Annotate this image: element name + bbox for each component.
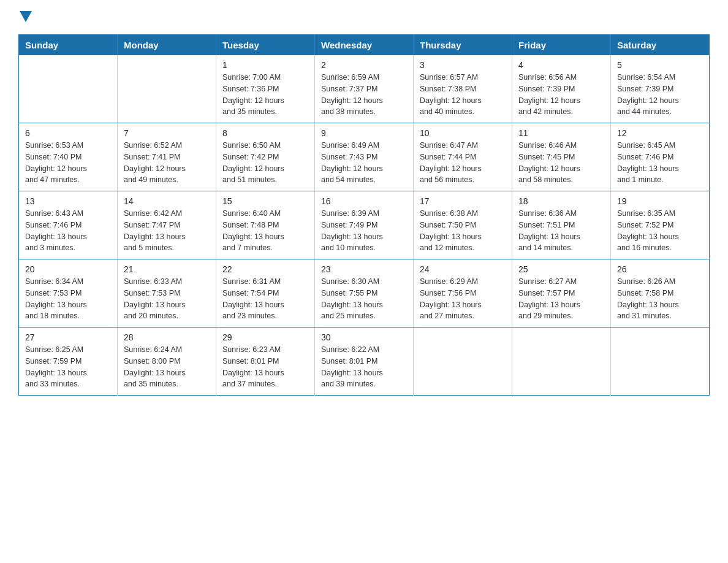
- day-info: Sunrise: 6:56 AM Sunset: 7:39 PM Dayligh…: [518, 72, 604, 118]
- day-info: Sunrise: 6:38 AM Sunset: 7:50 PM Dayligh…: [420, 208, 506, 254]
- day-number: 28: [124, 332, 210, 342]
- week-row-1: 1Sunrise: 7:00 AM Sunset: 7:36 PM Daylig…: [19, 55, 710, 123]
- calendar-cell: 21Sunrise: 6:33 AM Sunset: 7:53 PM Dayli…: [118, 259, 216, 327]
- day-number: 8: [222, 128, 308, 138]
- day-info: Sunrise: 6:42 AM Sunset: 7:47 PM Dayligh…: [124, 208, 210, 254]
- day-number: 16: [321, 196, 407, 206]
- day-info: Sunrise: 6:43 AM Sunset: 7:46 PM Dayligh…: [25, 208, 111, 254]
- day-info: Sunrise: 6:50 AM Sunset: 7:42 PM Dayligh…: [222, 140, 308, 186]
- calendar-cell: 9Sunrise: 6:49 AM Sunset: 7:43 PM Daylig…: [315, 123, 414, 191]
- calendar-cell: 22Sunrise: 6:31 AM Sunset: 7:54 PM Dayli…: [216, 259, 315, 327]
- day-number: 24: [420, 264, 506, 274]
- calendar-cell: 16Sunrise: 6:39 AM Sunset: 7:49 PM Dayli…: [315, 191, 414, 259]
- day-number: 18: [518, 196, 604, 206]
- calendar-cell: 7Sunrise: 6:52 AM Sunset: 7:41 PM Daylig…: [118, 123, 216, 191]
- weekday-header-monday: Monday: [118, 35, 216, 56]
- day-info: Sunrise: 6:30 AM Sunset: 7:55 PM Dayligh…: [321, 276, 407, 322]
- day-info: Sunrise: 6:25 AM Sunset: 7:59 PM Dayligh…: [25, 344, 111, 390]
- day-number: 6: [25, 128, 111, 138]
- day-info: Sunrise: 6:35 AM Sunset: 7:52 PM Dayligh…: [617, 208, 703, 254]
- day-number: 26: [617, 264, 703, 274]
- day-info: Sunrise: 6:22 AM Sunset: 8:01 PM Dayligh…: [321, 344, 407, 390]
- day-info: Sunrise: 6:53 AM Sunset: 7:40 PM Dayligh…: [25, 140, 111, 186]
- day-number: 14: [124, 196, 210, 206]
- calendar-cell: 11Sunrise: 6:46 AM Sunset: 7:45 PM Dayli…: [512, 123, 611, 191]
- day-info: Sunrise: 6:34 AM Sunset: 7:53 PM Dayligh…: [25, 276, 111, 322]
- weekday-header-thursday: Thursday: [414, 35, 512, 56]
- logo: [18, 12, 33, 23]
- day-info: Sunrise: 6:33 AM Sunset: 7:53 PM Dayligh…: [124, 276, 210, 322]
- calendar-cell: 15Sunrise: 6:40 AM Sunset: 7:48 PM Dayli…: [216, 191, 315, 259]
- day-number: 10: [420, 128, 506, 138]
- calendar-cell: 13Sunrise: 6:43 AM Sunset: 7:46 PM Dayli…: [19, 191, 118, 259]
- day-info: Sunrise: 6:59 AM Sunset: 7:37 PM Dayligh…: [321, 72, 407, 118]
- day-number: 9: [321, 128, 407, 138]
- day-info: Sunrise: 6:26 AM Sunset: 7:58 PM Dayligh…: [617, 276, 703, 322]
- calendar-cell: 8Sunrise: 6:50 AM Sunset: 7:42 PM Daylig…: [216, 123, 315, 191]
- calendar-cell: 5Sunrise: 6:54 AM Sunset: 7:39 PM Daylig…: [611, 55, 710, 123]
- day-info: Sunrise: 6:54 AM Sunset: 7:39 PM Dayligh…: [617, 72, 703, 118]
- day-number: 23: [321, 264, 407, 274]
- week-row-2: 6Sunrise: 6:53 AM Sunset: 7:40 PM Daylig…: [19, 123, 710, 191]
- day-info: Sunrise: 6:57 AM Sunset: 7:38 PM Dayligh…: [420, 72, 506, 118]
- calendar-cell: 28Sunrise: 6:24 AM Sunset: 8:00 PM Dayli…: [118, 327, 216, 396]
- day-number: 30: [321, 332, 407, 342]
- calendar-cell: 1Sunrise: 7:00 AM Sunset: 7:36 PM Daylig…: [216, 55, 315, 123]
- weekday-header-friday: Friday: [512, 35, 611, 56]
- weekday-header-tuesday: Tuesday: [216, 35, 315, 56]
- calendar-cell: 29Sunrise: 6:23 AM Sunset: 8:01 PM Dayli…: [216, 327, 315, 396]
- calendar-cell: [512, 327, 611, 396]
- day-number: 13: [25, 196, 111, 206]
- weekday-header-saturday: Saturday: [611, 35, 710, 56]
- day-info: Sunrise: 6:52 AM Sunset: 7:41 PM Dayligh…: [124, 140, 210, 186]
- calendar-cell: 23Sunrise: 6:30 AM Sunset: 7:55 PM Dayli…: [315, 259, 414, 327]
- day-number: 27: [25, 332, 111, 342]
- logo-arrow-icon: [20, 11, 32, 22]
- day-info: Sunrise: 6:47 AM Sunset: 7:44 PM Dayligh…: [420, 140, 506, 186]
- day-number: 5: [617, 60, 703, 70]
- calendar-cell: [414, 327, 512, 396]
- day-number: 29: [222, 332, 308, 342]
- day-number: 20: [25, 264, 111, 274]
- day-info: Sunrise: 6:24 AM Sunset: 8:00 PM Dayligh…: [124, 344, 210, 390]
- day-info: Sunrise: 6:27 AM Sunset: 7:57 PM Dayligh…: [518, 276, 604, 322]
- week-row-5: 27Sunrise: 6:25 AM Sunset: 7:59 PM Dayli…: [19, 327, 710, 396]
- page-header: [18, 12, 710, 23]
- day-info: Sunrise: 6:40 AM Sunset: 7:48 PM Dayligh…: [222, 208, 308, 254]
- calendar-cell: 19Sunrise: 6:35 AM Sunset: 7:52 PM Dayli…: [611, 191, 710, 259]
- day-number: 11: [518, 128, 604, 138]
- day-info: Sunrise: 6:31 AM Sunset: 7:54 PM Dayligh…: [222, 276, 308, 322]
- calendar-cell: 12Sunrise: 6:45 AM Sunset: 7:46 PM Dayli…: [611, 123, 710, 191]
- day-info: Sunrise: 6:39 AM Sunset: 7:49 PM Dayligh…: [321, 208, 407, 254]
- calendar-cell: 20Sunrise: 6:34 AM Sunset: 7:53 PM Dayli…: [19, 259, 118, 327]
- calendar-cell: 2Sunrise: 6:59 AM Sunset: 7:37 PM Daylig…: [315, 55, 414, 123]
- weekday-header-wednesday: Wednesday: [315, 35, 414, 56]
- weekday-header-row: SundayMondayTuesdayWednesdayThursdayFrid…: [19, 35, 710, 56]
- day-info: Sunrise: 6:23 AM Sunset: 8:01 PM Dayligh…: [222, 344, 308, 390]
- day-number: 1: [222, 60, 308, 70]
- day-number: 12: [617, 128, 703, 138]
- calendar-table: SundayMondayTuesdayWednesdayThursdayFrid…: [18, 34, 710, 396]
- calendar-cell: 27Sunrise: 6:25 AM Sunset: 7:59 PM Dayli…: [19, 327, 118, 396]
- day-info: Sunrise: 7:00 AM Sunset: 7:36 PM Dayligh…: [222, 72, 308, 118]
- day-number: 21: [124, 264, 210, 274]
- day-number: 7: [124, 128, 210, 138]
- calendar-cell: 6Sunrise: 6:53 AM Sunset: 7:40 PM Daylig…: [19, 123, 118, 191]
- calendar-cell: 25Sunrise: 6:27 AM Sunset: 7:57 PM Dayli…: [512, 259, 611, 327]
- day-info: Sunrise: 6:45 AM Sunset: 7:46 PM Dayligh…: [617, 140, 703, 186]
- day-info: Sunrise: 6:29 AM Sunset: 7:56 PM Dayligh…: [420, 276, 506, 322]
- day-info: Sunrise: 6:36 AM Sunset: 7:51 PM Dayligh…: [518, 208, 604, 254]
- calendar-cell: 10Sunrise: 6:47 AM Sunset: 7:44 PM Dayli…: [414, 123, 512, 191]
- week-row-3: 13Sunrise: 6:43 AM Sunset: 7:46 PM Dayli…: [19, 191, 710, 259]
- calendar-cell: 3Sunrise: 6:57 AM Sunset: 7:38 PM Daylig…: [414, 55, 512, 123]
- day-number: 3: [420, 60, 506, 70]
- week-row-4: 20Sunrise: 6:34 AM Sunset: 7:53 PM Dayli…: [19, 259, 710, 327]
- day-number: 22: [222, 264, 308, 274]
- calendar-cell: 30Sunrise: 6:22 AM Sunset: 8:01 PM Dayli…: [315, 327, 414, 396]
- weekday-header-sunday: Sunday: [19, 35, 118, 56]
- calendar-cell: 4Sunrise: 6:56 AM Sunset: 7:39 PM Daylig…: [512, 55, 611, 123]
- calendar-cell: 18Sunrise: 6:36 AM Sunset: 7:51 PM Dayli…: [512, 191, 611, 259]
- calendar-cell: 26Sunrise: 6:26 AM Sunset: 7:58 PM Dayli…: [611, 259, 710, 327]
- day-info: Sunrise: 6:46 AM Sunset: 7:45 PM Dayligh…: [518, 140, 604, 186]
- calendar-cell: [611, 327, 710, 396]
